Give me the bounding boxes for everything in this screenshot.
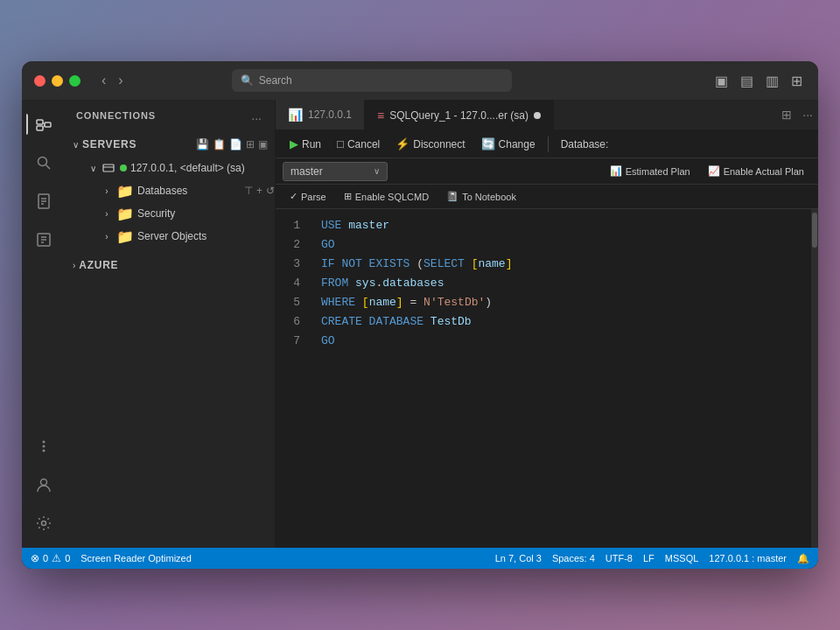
databases-chevron: › bbox=[101, 186, 113, 196]
db-select-value: master bbox=[290, 165, 323, 178]
server-icon bbox=[102, 162, 115, 174]
azure-section: › AZURE bbox=[66, 253, 275, 277]
security-chevron: › bbox=[101, 209, 113, 219]
run-label: Run bbox=[302, 138, 321, 150]
enable-actual-plan-button[interactable]: 📈 Enable Actual Plan bbox=[701, 164, 811, 178]
layout3-button[interactable]: ▥ bbox=[762, 71, 782, 91]
status-eol[interactable]: LF bbox=[643, 553, 654, 564]
add-connection-button[interactable]: 💾 bbox=[196, 138, 209, 150]
svg-rect-2 bbox=[45, 122, 51, 127]
change-button[interactable]: 🔄 Change bbox=[474, 135, 542, 153]
status-server[interactable]: 127.0.0.1 : master bbox=[709, 553, 787, 564]
close-button[interactable] bbox=[34, 75, 46, 87]
sidebar-header: CONNECTIONS ... bbox=[66, 100, 275, 130]
editor-area: 📊 127.0.0.1 ≡ SQLQuery_1 - 127.0....er (… bbox=[276, 100, 818, 548]
query-toolbar: ▶ Run □ Cancel ⚡ Disconnect 🔄 Change Dat… bbox=[276, 130, 818, 158]
search-bar[interactable]: 🔍 Search bbox=[232, 69, 512, 92]
status-screen-reader[interactable]: Screen Reader Optimized bbox=[80, 553, 192, 564]
filter-db-button[interactable]: ⊤ bbox=[244, 185, 253, 197]
status-encoding[interactable]: UTF-8 bbox=[606, 553, 633, 564]
code-line-2: GO bbox=[321, 235, 801, 255]
line-num-1: 1 bbox=[276, 216, 300, 235]
sqlcmd-icon: ⊞ bbox=[344, 191, 352, 202]
layout2-button[interactable]: ▤ bbox=[737, 71, 757, 91]
azure-label: AZURE bbox=[79, 259, 118, 271]
warning-count: 0 bbox=[65, 553, 70, 564]
status-errors[interactable]: ⊗ 0 ⚠ 0 bbox=[31, 552, 70, 564]
azure-chevron: › bbox=[73, 261, 75, 270]
editor-scrollbar[interactable] bbox=[811, 209, 818, 548]
status-notifications[interactable]: 🔔 bbox=[797, 553, 809, 564]
estimated-plan-label: Estimated Plan bbox=[626, 166, 690, 177]
to-notebook-button[interactable]: 📓 To Notebook bbox=[439, 189, 523, 204]
sidebar: CONNECTIONS ... ∨ SERVERS 💾 📋 📄 ⊞ ▣ bbox=[66, 100, 276, 548]
activity-notebooks[interactable] bbox=[26, 184, 61, 219]
eol-label: LF bbox=[643, 553, 654, 564]
run-button[interactable]: ▶ Run bbox=[283, 135, 328, 153]
to-notebook-label: To Notebook bbox=[462, 192, 516, 202]
back-button[interactable]: ‹ bbox=[98, 71, 109, 90]
add-group-button[interactable]: 📄 bbox=[229, 138, 242, 150]
server-objects-item[interactable]: › 📁 Server Objects bbox=[66, 225, 275, 248]
cancel-icon: □ bbox=[337, 137, 344, 150]
add-named-button[interactable]: 📋 bbox=[213, 138, 226, 150]
activity-search[interactable] bbox=[26, 145, 61, 180]
refresh-db-button[interactable]: ↺ bbox=[266, 185, 275, 197]
status-position[interactable]: Ln 7, Col 3 bbox=[495, 553, 542, 564]
disconnect-button[interactable]: ⚡ Disconnect bbox=[388, 135, 472, 153]
tab-query[interactable]: ≡ SQLQuery_1 - 127.0....er (sa) bbox=[365, 100, 554, 130]
tab-connection[interactable]: 📊 127.0.0.1 bbox=[276, 100, 365, 130]
status-spaces[interactable]: Spaces: 4 bbox=[552, 553, 595, 564]
code-editor[interactable]: 1 2 3 4 5 6 7 USE master GO IF NOT EXIST… bbox=[276, 209, 818, 548]
servers-chevron: ∨ bbox=[73, 140, 79, 150]
database-select[interactable]: master ∨ bbox=[283, 162, 388, 181]
tab-chart-icon: 📊 bbox=[288, 108, 303, 122]
editor-more-button[interactable]: ··· bbox=[797, 100, 818, 130]
activity-settings[interactable] bbox=[26, 506, 61, 541]
estimated-plan-button[interactable]: 📊 Estimated Plan bbox=[603, 164, 697, 178]
enable-sqlcmd-button[interactable]: ⊞ Enable SQLCMD bbox=[337, 189, 436, 204]
status-language[interactable]: MSSQL bbox=[665, 553, 699, 564]
security-item[interactable]: › 📁 Security bbox=[66, 202, 275, 225]
main-area: CONNECTIONS ... ∨ SERVERS 💾 📋 📄 ⊞ ▣ bbox=[22, 100, 818, 548]
minimize-button[interactable] bbox=[52, 75, 63, 87]
network-button[interactable]: ⊞ bbox=[246, 138, 255, 150]
azure-header[interactable]: › AZURE bbox=[66, 253, 275, 277]
line-num-2: 2 bbox=[276, 235, 300, 255]
change-label: Change bbox=[499, 138, 536, 150]
error-icon: ⊗ bbox=[31, 552, 39, 564]
activity-more[interactable] bbox=[26, 429, 61, 464]
add-db-button[interactable]: + bbox=[256, 185, 262, 197]
layout4-button[interactable]: ⊞ bbox=[788, 71, 806, 91]
tab-query-label: SQLQuery_1 - 127.0....er (sa) bbox=[389, 109, 528, 122]
svg-point-16 bbox=[43, 445, 46, 448]
code-line-5: WHERE [name] = N'TestDb') bbox=[321, 293, 801, 312]
line-num-3: 3 bbox=[276, 255, 300, 274]
activity-connections[interactable] bbox=[26, 107, 61, 142]
disconnect-label: Disconnect bbox=[413, 138, 465, 150]
toolbar-separator bbox=[548, 136, 549, 152]
cancel-label: Cancel bbox=[347, 138, 380, 150]
collapse-button[interactable]: ▣ bbox=[258, 138, 268, 150]
layout1-button[interactable]: ▣ bbox=[711, 71, 732, 91]
servers-header[interactable]: ∨ SERVERS 💾 📋 📄 ⊞ ▣ bbox=[66, 132, 275, 157]
encoding-label: UTF-8 bbox=[606, 553, 633, 564]
activity-account[interactable] bbox=[26, 467, 61, 502]
sidebar-more-button[interactable]: ... bbox=[248, 107, 264, 124]
forward-button[interactable]: › bbox=[115, 71, 126, 90]
code-content[interactable]: USE master GO IF NOT EXISTS (SELECT [nam… bbox=[311, 209, 811, 548]
search-icon: 🔍 bbox=[241, 74, 254, 87]
activity-history[interactable] bbox=[26, 222, 61, 257]
databases-item[interactable]: › 📁 Databases ⊤ + ↺ bbox=[66, 179, 275, 202]
cancel-button[interactable]: □ Cancel bbox=[330, 135, 387, 153]
error-count: 0 bbox=[43, 553, 48, 564]
titlebar-right: ▣ ▤ ▥ ⊞ bbox=[711, 71, 806, 91]
svg-rect-20 bbox=[103, 164, 114, 172]
parse-button[interactable]: ✓ Parse bbox=[283, 189, 333, 204]
editor-layout-button[interactable]: ⊞ bbox=[776, 100, 797, 130]
screen-reader-label: Screen Reader Optimized bbox=[80, 553, 192, 564]
code-line-6: CREATE DATABASE TestDb bbox=[321, 312, 801, 332]
server-item[interactable]: ∨ 127.0.0.1, <default> (sa) bbox=[66, 157, 275, 179]
maximize-button[interactable] bbox=[69, 75, 80, 87]
run-icon: ▶ bbox=[290, 137, 298, 150]
